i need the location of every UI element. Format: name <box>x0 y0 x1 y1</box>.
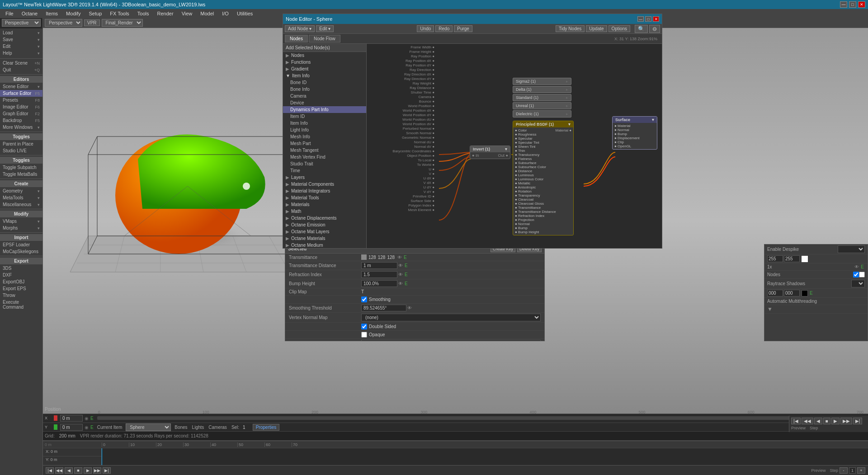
menu-view[interactable]: View <box>178 10 196 17</box>
ne-item-item-info[interactable]: Item Info <box>283 120 366 127</box>
render-mode-dropdown[interactable]: Final_Render <box>102 19 143 27</box>
color-r-input[interactable] <box>767 255 783 262</box>
nodes-checkbox-2[interactable] <box>859 272 865 277</box>
raytrace-shadows-select[interactable] <box>851 280 865 287</box>
bump-eye-icon[interactable]: 👁 <box>398 281 403 286</box>
ne-tab-nodes[interactable]: Nodes <box>285 35 308 42</box>
x-scrubber[interactable]: 0100200300400500600700 <box>97 416 864 420</box>
ne-section-material-integrators[interactable]: ▶ Material Integrators <box>283 188 366 194</box>
ne-min-button[interactable]: — <box>637 16 644 22</box>
ne-node-surface[interactable]: Surface▾ ● Material ● Normal ● Bump ● Di… <box>612 116 657 150</box>
lp-load[interactable]: Load▾ <box>0 29 42 36</box>
smoothing-checkbox[interactable] <box>361 296 367 302</box>
lp-help[interactable]: Help▾ <box>0 50 42 56</box>
ne-item-mesh-tangent[interactable]: Mesh Tangent <box>283 147 366 154</box>
refraction-index-input[interactable] <box>361 271 397 278</box>
1x-e-icon[interactable]: E <box>861 264 864 269</box>
ne-section-gradient[interactable]: ▶ Gradient <box>283 66 366 72</box>
lp-toggle-subpatch[interactable]: Toggle Subpatch <box>0 164 42 171</box>
lp-vmaps[interactable]: VMaps▾ <box>0 218 42 225</box>
ne-node-unreal[interactable]: Unreal (1)▸ <box>513 102 571 109</box>
color-g-input[interactable] <box>784 255 800 262</box>
rt-stop-button[interactable]: ■ <box>823 418 830 424</box>
lp-dxf[interactable]: DXF <box>0 272 42 278</box>
lp-quit[interactable]: Quit+Q <box>0 66 42 73</box>
lp-metatools[interactable]: MetaTools▾ <box>0 194 42 201</box>
menu-items[interactable]: Items <box>42 10 61 17</box>
step-inc-button[interactable]: + <box>857 467 865 474</box>
ne-close-button[interactable]: ✕ <box>653 16 659 22</box>
lp-more-windows[interactable]: More Windows▾ <box>0 124 42 131</box>
ne-item-camera[interactable]: Camera <box>283 93 366 99</box>
ne-item-device[interactable]: Device <box>283 99 366 106</box>
menu-tools[interactable]: Tools <box>134 10 153 17</box>
ne-canvas[interactable]: Frame Width ● Frame Height ● Ray Positio… <box>367 44 662 248</box>
shadow-g-input[interactable] <box>784 290 800 296</box>
lp-geometry[interactable]: Geometry▾ <box>0 188 42 194</box>
ne-update-button[interactable]: Update <box>586 25 607 32</box>
menu-file[interactable]: File <box>2 10 17 17</box>
lp-execute-command[interactable]: Execute Command <box>0 299 42 310</box>
lp-clear-scene[interactable]: Clear Scene+N <box>0 60 42 66</box>
lp-miscellaneous[interactable]: Miscellaneous▾ <box>0 201 42 208</box>
shadow-e-icon[interactable]: E <box>810 291 813 296</box>
transport-prev[interactable]: ◀◀ <box>55 467 63 474</box>
ne-node-principled-bsdf[interactable]: Principled BSDF (1)▾ ● ColorMaterial ● ●… <box>513 121 574 235</box>
transport-next[interactable]: ▶▶ <box>93 467 101 474</box>
ne-node-standard[interactable]: Standard (1)▸ <box>513 94 571 101</box>
smooth-thresh-eye-icon[interactable]: 👁 <box>407 306 412 310</box>
ne-node-delta[interactable]: Delta (1)▸ <box>513 86 571 93</box>
lp-epsf-loader[interactable]: EPSF Loader <box>0 241 42 248</box>
lp-throw[interactable]: Throw <box>0 292 42 299</box>
ne-node-dielectric[interactable]: Dielectric (1)▸ <box>513 110 571 118</box>
ne-section-octane-displacements[interactable]: ▶ Octane Displacements <box>283 215 366 221</box>
ne-section-octane-emission[interactable]: ▶ Octane Emission <box>283 221 366 228</box>
lp-save[interactable]: Save▾ <box>0 36 42 43</box>
close-button[interactable]: ✕ <box>858 1 865 8</box>
ne-section-materials[interactable]: ▶ Materials <box>283 201 366 208</box>
transport-end[interactable]: ▶| <box>103 467 111 474</box>
rt-prev-button[interactable]: ◀◀ <box>802 418 813 424</box>
ne-item-bone-info[interactable]: Bone Info <box>283 86 366 93</box>
trans-dist-e-icon[interactable]: E <box>405 263 408 268</box>
bump-e-icon[interactable]: E <box>405 281 408 286</box>
vpr-button[interactable]: VPR <box>84 19 100 26</box>
rt-play-back-button[interactable]: ◀ <box>814 418 822 424</box>
menu-modify[interactable]: Modify <box>62 10 84 17</box>
maximize-button[interactable]: □ <box>849 1 856 8</box>
lp-3ds[interactable]: 3DS <box>0 265 42 272</box>
ne-section-nodes[interactable]: ▶ Nodes <box>283 52 366 59</box>
smoothing-threshold-input[interactable] <box>361 305 406 311</box>
ne-section-layers[interactable]: ▶ Layers <box>283 174 366 181</box>
ne-max-button[interactable]: □ <box>645 16 651 22</box>
ne-node-invert[interactable]: Invert (1) ▾ ● In Out ● <box>470 146 510 159</box>
comment-input[interactable] <box>361 340 541 341</box>
ne-add-node-button[interactable]: Add Node ▾ <box>285 25 315 32</box>
ne-section-octane-materials[interactable]: ▶ Octane Materials <box>283 235 366 242</box>
ne-item-time[interactable]: Time <box>283 167 366 174</box>
transport-play-back[interactable]: ◀ <box>65 467 73 474</box>
double-sided-checkbox[interactable] <box>361 324 367 329</box>
view-mode-dropdown[interactable]: Perspective <box>45 19 82 27</box>
lp-export-obj[interactable]: ExportOBJ <box>0 278 42 285</box>
lp-parent-in-place[interactable]: Parent in Place <box>0 141 42 147</box>
timeline-track-area[interactable] <box>102 448 868 465</box>
ne-section-material-components[interactable]: ▶ Material Components <box>283 181 366 188</box>
ne-item-light-info[interactable]: Light Info <box>283 127 366 133</box>
1x-eye-icon[interactable]: 👁 <box>854 264 859 269</box>
trans-distance-input[interactable] <box>361 262 397 269</box>
lp-export-eps[interactable]: Export EPS <box>0 285 42 292</box>
ne-tidy-nodes-button[interactable]: Tidy Nodes <box>556 25 585 32</box>
menu-utilities[interactable]: Utilities <box>233 10 256 17</box>
transmittance-e-icon[interactable]: E <box>404 255 407 260</box>
ne-item-item-id[interactable]: Item ID <box>283 113 366 120</box>
lp-morphs[interactable]: Morphs▾ <box>0 225 42 231</box>
menu-setup[interactable]: Setup <box>85 10 106 17</box>
ne-zoom-out-button[interactable]: ⊖ <box>649 25 660 33</box>
minimize-button[interactable]: — <box>840 1 847 8</box>
rt-start-button[interactable]: |◀ <box>791 418 801 424</box>
lp-backdrop[interactable]: BackdropF5 <box>0 117 42 124</box>
transport-start[interactable]: |◀ <box>46 467 54 474</box>
opaque-checkbox[interactable] <box>361 332 367 338</box>
lp-toggle-metaballs[interactable]: Toggle MetaBalls <box>0 171 42 178</box>
